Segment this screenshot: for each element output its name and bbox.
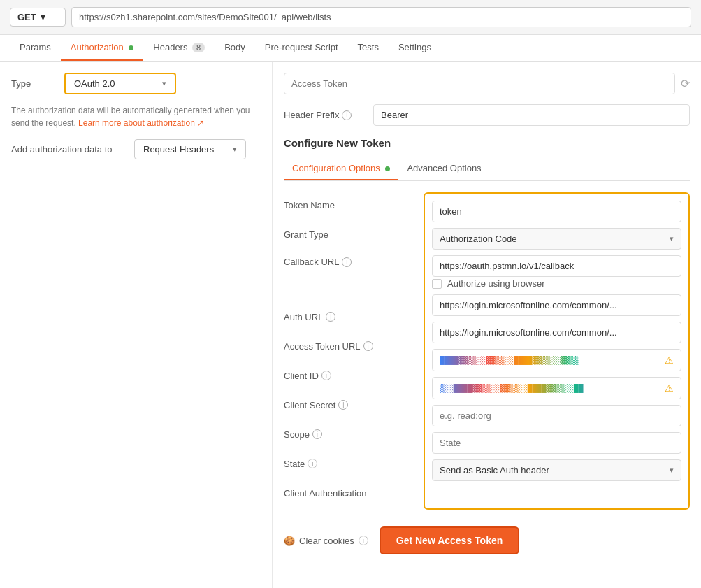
client-secret-value: ▒░░████▓▓▒▒░░▓▓▒▒░░████▓▓▒▒░░██ (440, 384, 662, 393)
configure-title: Configure New Token (284, 137, 690, 149)
client-id-value: ████▓▓▒▒░░▓▓▒▒░░████▓▓▒▒░░▓▓▒▒ (440, 356, 662, 365)
token-name-input[interactable] (432, 201, 681, 222)
access-token-row: ⟳ (284, 73, 690, 94)
authorize-browser-checkbox[interactable] (432, 279, 442, 289)
field-auth-url (432, 294, 681, 316)
add-auth-label: Add authorization data to (11, 144, 123, 155)
state-info-icon[interactable]: i (308, 459, 317, 468)
header-prefix-input[interactable] (373, 104, 690, 126)
label-grant-type: Grant Type (284, 222, 424, 247)
auth-active-dot (129, 45, 133, 50)
tab-headers[interactable]: Headers 8 (143, 35, 215, 61)
clear-cookies-info-icon[interactable]: i (359, 536, 368, 545)
auth-dest-chevron: ▾ (233, 145, 237, 154)
form-outer: Token Name Grant Type Callback URL i Aut… (284, 192, 690, 510)
cookie-icon: 🍪 (284, 536, 295, 546)
tab-tests[interactable]: Tests (348, 35, 389, 61)
header-prefix-label: Header Prefix i (284, 110, 368, 120)
add-auth-row: Add authorization data to Request Header… (11, 139, 261, 159)
type-row: Type OAuth 2.0 ▾ (11, 73, 261, 94)
access-token-url-info-icon[interactable]: i (363, 341, 373, 351)
main-content: Type OAuth 2.0 ▾ The authorization data … (0, 62, 701, 588)
bottom-actions: 🍪 Clear cookies i Get New Access Token (284, 521, 690, 554)
scope-info-icon[interactable]: i (312, 429, 322, 439)
auth-dest-value: Request Headers (143, 144, 214, 155)
form-labels: Token Name Grant Type Callback URL i Aut… (284, 192, 424, 510)
get-new-access-token-button[interactable]: Get New Access Token (380, 526, 520, 554)
field-state (432, 432, 681, 454)
url-bar: GET ▾ (0, 0, 701, 35)
config-tabs: Configuration Options Advanced Options (284, 157, 690, 181)
method-chevron: ▾ (41, 12, 45, 22)
tab-body[interactable]: Body (215, 35, 255, 61)
auth-dest-select[interactable]: Request Headers ▾ (134, 139, 246, 159)
client-secret-info-icon[interactable]: i (338, 400, 348, 410)
main-tabs: Params Authorization Headers 8 Body Pre-… (0, 35, 701, 62)
tab-pre-request[interactable]: Pre-request Script (255, 35, 348, 61)
tab-authorization[interactable]: Authorization (61, 35, 144, 61)
type-select[interactable]: OAuth 2.0 ▾ (64, 73, 176, 94)
sync-icon[interactable]: ⟳ (681, 77, 690, 90)
url-input[interactable] (71, 7, 691, 27)
tab-settings[interactable]: Settings (389, 35, 441, 61)
client-id-warn-icon: ⚠ (665, 354, 674, 366)
label-client-id: Client ID i (284, 363, 424, 388)
field-scope (432, 405, 681, 426)
clear-cookies-button[interactable]: 🍪 Clear cookies i (284, 536, 368, 546)
label-client-secret: Client Secret i (284, 392, 424, 417)
type-chevron: ▾ (162, 79, 166, 88)
type-value: OAuth 2.0 (74, 78, 115, 89)
callback-url-info-icon[interactable]: i (342, 257, 352, 267)
client-auth-chevron: ▾ (670, 466, 674, 475)
scope-input[interactable] (432, 405, 681, 426)
access-token-input[interactable] (284, 73, 675, 94)
left-panel: Type OAuth 2.0 ▾ The authorization data … (0, 62, 273, 588)
auto-note: The authorization data will be automatic… (11, 104, 261, 129)
grant-type-chevron: ▾ (670, 234, 674, 243)
client-secret-warn-icon: ⚠ (665, 382, 674, 394)
label-scope: Scope i (284, 422, 424, 447)
state-input[interactable] (432, 432, 681, 454)
auth-url-info-icon[interactable]: i (326, 312, 335, 322)
header-prefix-info-icon[interactable]: i (342, 110, 352, 120)
field-token-name (432, 201, 681, 222)
client-auth-value: Send as Basic Auth header (440, 465, 549, 475)
label-client-auth: Client Authentication (284, 480, 424, 505)
tab-params[interactable]: Params (10, 35, 61, 61)
auth-url-input[interactable] (432, 294, 681, 316)
method-label: GET (17, 12, 36, 22)
type-label: Type (11, 78, 53, 89)
grant-type-select[interactable]: Authorization Code ▾ (432, 228, 681, 250)
authorize-browser-label: Authorize using browser (447, 278, 544, 289)
callback-url-input[interactable] (432, 255, 681, 277)
label-auth-url: Auth URL i (284, 304, 424, 329)
label-access-token-url: Access Token URL i (284, 334, 424, 359)
access-token-url-input[interactable] (432, 322, 681, 343)
field-access-token-url (432, 322, 681, 343)
label-state: State i (284, 451, 424, 476)
grant-type-value: Authorization Code (440, 234, 517, 244)
config-tab-options[interactable]: Configuration Options (284, 157, 398, 180)
headers-badge: 8 (192, 43, 205, 52)
form-fields: Authorization Code ▾ Authorize using bro… (424, 192, 690, 510)
label-callback-url: Callback URL i (284, 251, 424, 300)
config-options-dot (385, 166, 390, 171)
config-tab-advanced[interactable]: Advanced Options (398, 157, 489, 180)
client-auth-select[interactable]: Send as Basic Auth header ▾ (432, 459, 681, 481)
method-select[interactable]: GET ▾ (10, 8, 66, 27)
right-panel: ⟳ Header Prefix i Configure New Token Co… (273, 62, 701, 588)
field-client-id[interactable]: ████▓▓▒▒░░▓▓▒▒░░████▓▓▒▒░░▓▓▒▒ ⚠ (432, 349, 681, 371)
field-client-secret[interactable]: ▒░░████▓▓▒▒░░▓▓▒▒░░████▓▓▒▒░░██ ⚠ (432, 377, 681, 399)
client-id-info-icon[interactable]: i (321, 371, 331, 380)
learn-more-link[interactable]: Learn more about authorization ↗ (78, 118, 204, 128)
field-callback-url: Authorize using browser (432, 255, 681, 289)
label-token-name: Token Name (284, 192, 424, 217)
authorize-browser-row: Authorize using browser (432, 278, 681, 289)
